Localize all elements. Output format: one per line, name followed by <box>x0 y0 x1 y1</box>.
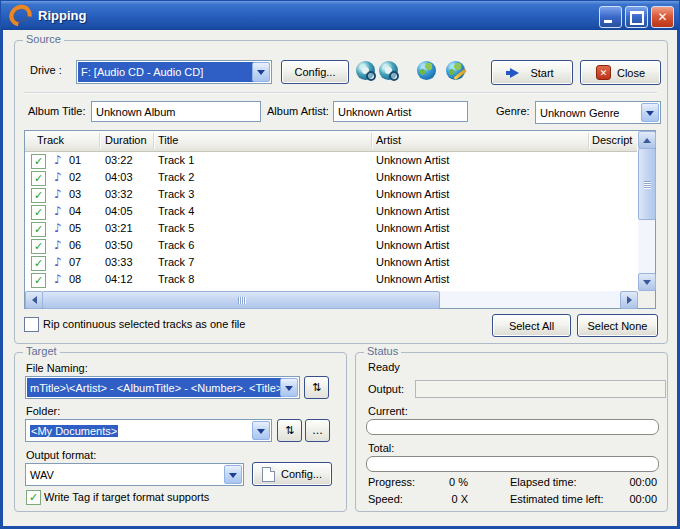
drive-combobox[interactable]: F: [Audio CD - Audio CD] <box>76 60 272 84</box>
column-divider[interactable] <box>371 133 372 149</box>
check-icon: ✓ <box>34 258 43 269</box>
target-group-label: Target <box>23 345 60 357</box>
status-group-label: Status <box>364 345 401 357</box>
format-config-button[interactable]: Config... <box>252 462 332 486</box>
track-row[interactable]: ✓♪0103:22Track 1Unknown Artist <box>25 152 637 169</box>
track-checkbox[interactable]: ✓ <box>31 188 46 203</box>
drive-dropdown-icon[interactable] <box>252 62 270 82</box>
column-track[interactable]: Track <box>37 134 64 146</box>
column-divider[interactable] <box>588 133 589 149</box>
rip-continuous-checkbox[interactable] <box>24 317 39 332</box>
file-naming-label: File Naming: <box>26 362 88 374</box>
track-artist: Unknown Artist <box>376 205 449 217</box>
folder-dropdown-icon[interactable] <box>252 421 270 440</box>
folder-value-wrap: <My Documents> <box>27 421 254 440</box>
music-note-icon: ♪ <box>54 187 62 201</box>
track-number: 08 <box>69 273 81 285</box>
track-checkbox[interactable]: ✓ <box>31 256 46 271</box>
column-duration[interactable]: Duration <box>105 134 147 146</box>
album-artist-field[interactable]: Unknown Artist <box>333 101 468 122</box>
swap-arrows-icon: ⇅ <box>312 381 321 394</box>
track-checkbox[interactable]: ✓ <box>31 154 46 169</box>
output-format-combobox[interactable]: WAV <box>25 463 244 486</box>
file-naming-combobox[interactable]: mTitle>\<Artist> - <AlbumTitle> - <Numbe… <box>25 376 300 399</box>
drive-config-button[interactable]: Config... <box>281 60 349 84</box>
track-row[interactable]: ✓♪0404:05Track 4Unknown Artist <box>25 203 637 220</box>
progress-value: 0 % <box>443 476 468 488</box>
output-format-dropdown-icon[interactable] <box>224 465 242 484</box>
cd-search-alt-icon[interactable] <box>379 61 398 80</box>
cd-search-icon[interactable] <box>356 61 375 80</box>
drive-value: F: [Audio CD - Audio CD] <box>78 62 254 82</box>
select-none-button[interactable]: Select None <box>577 314 658 337</box>
start-button[interactable]: Start <box>491 60 573 85</box>
track-checkbox[interactable]: ✓ <box>31 222 46 237</box>
track-row[interactable]: ✓♪0204:03Track 2Unknown Artist <box>25 169 637 186</box>
genre-label: Genre: <box>496 105 530 117</box>
track-list[interactable]: Track Duration Title Artist Descript ✓♪0… <box>24 130 656 309</box>
minimize-button[interactable] <box>599 6 622 28</box>
track-artist: Unknown Artist <box>376 154 449 166</box>
track-number: 05 <box>69 222 81 234</box>
track-row[interactable]: ✓♪0703:33Track 7Unknown Artist <box>25 254 637 271</box>
track-checkbox[interactable]: ✓ <box>31 273 46 288</box>
rip-continuous-label: Rip continuous selected tracks as one fi… <box>43 318 245 330</box>
current-label: Current: <box>368 405 408 417</box>
globe-icon[interactable] <box>417 61 436 80</box>
track-checkbox[interactable]: ✓ <box>31 205 46 220</box>
titlebar[interactable]: Ripping ✕ <box>1 1 679 30</box>
check-icon: ✓ <box>34 224 43 235</box>
total-progressbar <box>366 456 659 472</box>
column-divider[interactable] <box>99 133 100 149</box>
track-duration: 04:12 <box>105 273 133 285</box>
close-window-button[interactable]: ✕ <box>651 6 674 28</box>
track-row[interactable]: ✓♪0804:12Track 8Unknown Artist <box>25 271 637 288</box>
track-duration: 03:32 <box>105 188 133 200</box>
folder-combobox[interactable]: <My Documents> <box>25 419 272 442</box>
output-format-value: WAV <box>27 465 226 484</box>
close-icon: ✕ <box>652 7 673 27</box>
column-artist[interactable]: Artist <box>376 134 401 146</box>
file-naming-dropdown-icon[interactable] <box>280 378 298 397</box>
scroll-up-button[interactable] <box>638 131 656 149</box>
track-checkbox[interactable]: ✓ <box>31 239 46 254</box>
scroll-left-button[interactable] <box>25 291 43 309</box>
maximize-button[interactable] <box>625 6 648 28</box>
album-title-field[interactable]: Unknown Album <box>91 101 261 122</box>
globe-edit-icon[interactable] <box>446 61 465 80</box>
close-button[interactable]: ✕ Close <box>580 60 661 85</box>
folder-refresh-button[interactable]: ⇅ <box>277 419 302 442</box>
folder-browse-button[interactable]: ... <box>305 419 330 442</box>
column-divider[interactable] <box>153 133 154 149</box>
write-tag-checkbox[interactable]: ✓ <box>26 490 41 505</box>
track-duration: 04:05 <box>105 205 133 217</box>
genre-combobox[interactable]: Unknown Genre <box>535 101 661 124</box>
track-row[interactable]: ✓♪0503:21Track 5Unknown Artist <box>25 220 637 237</box>
track-number: 04 <box>69 205 81 217</box>
track-list-rows: ✓♪0103:22Track 1Unknown Artist✓♪0204:03T… <box>25 152 637 288</box>
scroll-right-button[interactable] <box>620 291 638 309</box>
track-duration: 03:33 <box>105 256 133 268</box>
track-title: Track 3 <box>158 188 194 200</box>
select-all-button[interactable]: Select All <box>492 314 571 337</box>
drive-label: Drive : <box>30 64 62 76</box>
file-naming-refresh-button[interactable]: ⇅ <box>304 376 329 399</box>
scroll-down-button[interactable] <box>638 273 656 291</box>
genre-dropdown-icon[interactable] <box>641 103 659 122</box>
check-icon: ✓ <box>34 156 43 167</box>
current-progressbar <box>366 419 659 435</box>
vertical-scrollbar[interactable] <box>638 131 655 291</box>
track-checkbox[interactable]: ✓ <box>31 171 46 186</box>
album-title-label: Album Title: <box>28 105 85 117</box>
track-list-header[interactable]: Track Duration Title Artist Descript <box>25 131 637 152</box>
write-tag-label: Write Tag if target format supports <box>44 491 209 503</box>
format-config-label: Config... <box>281 468 322 480</box>
horizontal-scrollbar[interactable] <box>25 291 638 308</box>
select-all-label: Select All <box>509 320 554 332</box>
track-row[interactable]: ✓♪0303:32Track 3Unknown Artist <box>25 186 637 203</box>
column-title[interactable]: Title <box>158 134 178 146</box>
column-description[interactable]: Descript <box>592 134 632 146</box>
track-row[interactable]: ✓♪0603:50Track 6Unknown Artist <box>25 237 637 254</box>
horizontal-scroll-thumb[interactable] <box>42 291 440 309</box>
vertical-scroll-thumb[interactable] <box>638 148 656 220</box>
